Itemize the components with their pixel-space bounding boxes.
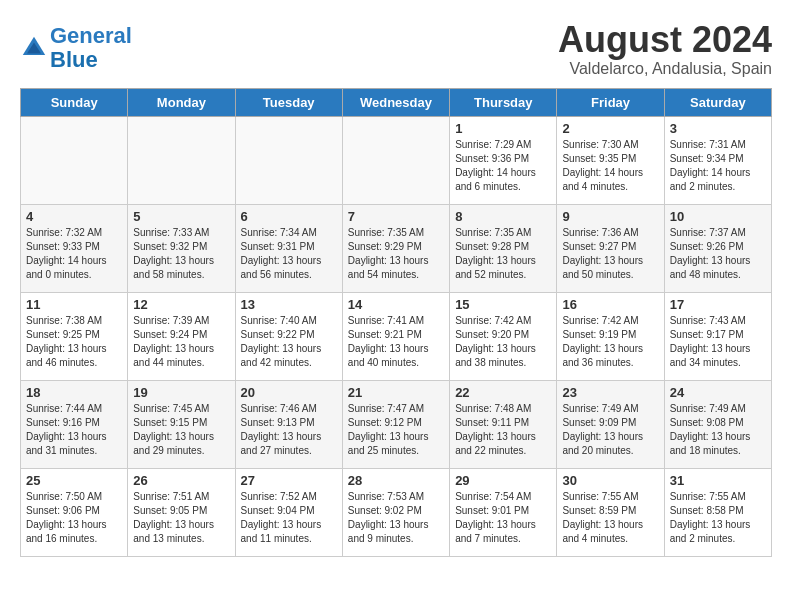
calendar-cell: 24Sunrise: 7:49 AM Sunset: 9:08 PM Dayli… <box>664 380 771 468</box>
day-info: Sunrise: 7:35 AM Sunset: 9:28 PM Dayligh… <box>455 226 551 282</box>
calendar-cell: 19Sunrise: 7:45 AM Sunset: 9:15 PM Dayli… <box>128 380 235 468</box>
calendar-cell: 18Sunrise: 7:44 AM Sunset: 9:16 PM Dayli… <box>21 380 128 468</box>
calendar-week-5: 25Sunrise: 7:50 AM Sunset: 9:06 PM Dayli… <box>21 468 772 556</box>
calendar-cell: 5Sunrise: 7:33 AM Sunset: 9:32 PM Daylig… <box>128 204 235 292</box>
calendar-cell <box>342 116 449 204</box>
day-number: 8 <box>455 209 551 224</box>
day-info: Sunrise: 7:40 AM Sunset: 9:22 PM Dayligh… <box>241 314 337 370</box>
calendar-cell <box>235 116 342 204</box>
day-info: Sunrise: 7:47 AM Sunset: 9:12 PM Dayligh… <box>348 402 444 458</box>
calendar-cell <box>128 116 235 204</box>
calendar-cell: 25Sunrise: 7:50 AM Sunset: 9:06 PM Dayli… <box>21 468 128 556</box>
day-number: 13 <box>241 297 337 312</box>
day-number: 29 <box>455 473 551 488</box>
page: General Blue August 2024 Valdelarco, And… <box>0 0 792 567</box>
logo: General Blue <box>20 24 132 72</box>
day-info: Sunrise: 7:30 AM Sunset: 9:35 PM Dayligh… <box>562 138 658 194</box>
calendar-cell: 12Sunrise: 7:39 AM Sunset: 9:24 PM Dayli… <box>128 292 235 380</box>
day-info: Sunrise: 7:53 AM Sunset: 9:02 PM Dayligh… <box>348 490 444 546</box>
weekday-header-friday: Friday <box>557 88 664 116</box>
day-number: 10 <box>670 209 766 224</box>
calendar-cell <box>21 116 128 204</box>
calendar-cell: 27Sunrise: 7:52 AM Sunset: 9:04 PM Dayli… <box>235 468 342 556</box>
day-info: Sunrise: 7:54 AM Sunset: 9:01 PM Dayligh… <box>455 490 551 546</box>
day-number: 16 <box>562 297 658 312</box>
day-info: Sunrise: 7:33 AM Sunset: 9:32 PM Dayligh… <box>133 226 229 282</box>
day-number: 2 <box>562 121 658 136</box>
calendar-cell: 16Sunrise: 7:42 AM Sunset: 9:19 PM Dayli… <box>557 292 664 380</box>
day-info: Sunrise: 7:52 AM Sunset: 9:04 PM Dayligh… <box>241 490 337 546</box>
day-info: Sunrise: 7:38 AM Sunset: 9:25 PM Dayligh… <box>26 314 122 370</box>
calendar-cell: 17Sunrise: 7:43 AM Sunset: 9:17 PM Dayli… <box>664 292 771 380</box>
calendar-cell: 2Sunrise: 7:30 AM Sunset: 9:35 PM Daylig… <box>557 116 664 204</box>
calendar-cell: 6Sunrise: 7:34 AM Sunset: 9:31 PM Daylig… <box>235 204 342 292</box>
calendar-cell: 4Sunrise: 7:32 AM Sunset: 9:33 PM Daylig… <box>21 204 128 292</box>
day-number: 24 <box>670 385 766 400</box>
logo-text: General Blue <box>50 24 132 72</box>
header: General Blue August 2024 Valdelarco, And… <box>20 20 772 78</box>
calendar-cell: 7Sunrise: 7:35 AM Sunset: 9:29 PM Daylig… <box>342 204 449 292</box>
day-info: Sunrise: 7:34 AM Sunset: 9:31 PM Dayligh… <box>241 226 337 282</box>
day-info: Sunrise: 7:42 AM Sunset: 9:20 PM Dayligh… <box>455 314 551 370</box>
day-number: 15 <box>455 297 551 312</box>
calendar-cell: 10Sunrise: 7:37 AM Sunset: 9:26 PM Dayli… <box>664 204 771 292</box>
calendar-cell: 8Sunrise: 7:35 AM Sunset: 9:28 PM Daylig… <box>450 204 557 292</box>
day-number: 12 <box>133 297 229 312</box>
calendar-cell: 13Sunrise: 7:40 AM Sunset: 9:22 PM Dayli… <box>235 292 342 380</box>
day-number: 25 <box>26 473 122 488</box>
calendar-table: SundayMondayTuesdayWednesdayThursdayFrid… <box>20 88 772 557</box>
calendar-week-3: 11Sunrise: 7:38 AM Sunset: 9:25 PM Dayli… <box>21 292 772 380</box>
day-number: 3 <box>670 121 766 136</box>
day-info: Sunrise: 7:55 AM Sunset: 8:58 PM Dayligh… <box>670 490 766 546</box>
day-info: Sunrise: 7:51 AM Sunset: 9:05 PM Dayligh… <box>133 490 229 546</box>
day-info: Sunrise: 7:49 AM Sunset: 9:08 PM Dayligh… <box>670 402 766 458</box>
calendar-cell: 29Sunrise: 7:54 AM Sunset: 9:01 PM Dayli… <box>450 468 557 556</box>
day-info: Sunrise: 7:55 AM Sunset: 8:59 PM Dayligh… <box>562 490 658 546</box>
logo-icon <box>20 34 48 62</box>
day-number: 28 <box>348 473 444 488</box>
calendar-cell: 20Sunrise: 7:46 AM Sunset: 9:13 PM Dayli… <box>235 380 342 468</box>
day-info: Sunrise: 7:29 AM Sunset: 9:36 PM Dayligh… <box>455 138 551 194</box>
title-area: August 2024 Valdelarco, Andalusia, Spain <box>558 20 772 78</box>
day-info: Sunrise: 7:35 AM Sunset: 9:29 PM Dayligh… <box>348 226 444 282</box>
weekday-header-sunday: Sunday <box>21 88 128 116</box>
day-info: Sunrise: 7:42 AM Sunset: 9:19 PM Dayligh… <box>562 314 658 370</box>
calendar-week-2: 4Sunrise: 7:32 AM Sunset: 9:33 PM Daylig… <box>21 204 772 292</box>
calendar-cell: 21Sunrise: 7:47 AM Sunset: 9:12 PM Dayli… <box>342 380 449 468</box>
calendar-cell: 3Sunrise: 7:31 AM Sunset: 9:34 PM Daylig… <box>664 116 771 204</box>
day-info: Sunrise: 7:37 AM Sunset: 9:26 PM Dayligh… <box>670 226 766 282</box>
day-number: 6 <box>241 209 337 224</box>
day-info: Sunrise: 7:45 AM Sunset: 9:15 PM Dayligh… <box>133 402 229 458</box>
day-info: Sunrise: 7:36 AM Sunset: 9:27 PM Dayligh… <box>562 226 658 282</box>
day-number: 7 <box>348 209 444 224</box>
day-info: Sunrise: 7:43 AM Sunset: 9:17 PM Dayligh… <box>670 314 766 370</box>
day-number: 18 <box>26 385 122 400</box>
weekday-header-saturday: Saturday <box>664 88 771 116</box>
day-info: Sunrise: 7:39 AM Sunset: 9:24 PM Dayligh… <box>133 314 229 370</box>
calendar-cell: 1Sunrise: 7:29 AM Sunset: 9:36 PM Daylig… <box>450 116 557 204</box>
calendar-cell: 15Sunrise: 7:42 AM Sunset: 9:20 PM Dayli… <box>450 292 557 380</box>
calendar-cell: 31Sunrise: 7:55 AM Sunset: 8:58 PM Dayli… <box>664 468 771 556</box>
day-info: Sunrise: 7:44 AM Sunset: 9:16 PM Dayligh… <box>26 402 122 458</box>
day-info: Sunrise: 7:31 AM Sunset: 9:34 PM Dayligh… <box>670 138 766 194</box>
month-year: August 2024 <box>558 20 772 60</box>
day-number: 5 <box>133 209 229 224</box>
calendar-cell: 22Sunrise: 7:48 AM Sunset: 9:11 PM Dayli… <box>450 380 557 468</box>
calendar-cell: 14Sunrise: 7:41 AM Sunset: 9:21 PM Dayli… <box>342 292 449 380</box>
day-number: 1 <box>455 121 551 136</box>
weekday-header-thursday: Thursday <box>450 88 557 116</box>
calendar-cell: 28Sunrise: 7:53 AM Sunset: 9:02 PM Dayli… <box>342 468 449 556</box>
calendar-cell: 26Sunrise: 7:51 AM Sunset: 9:05 PM Dayli… <box>128 468 235 556</box>
day-number: 22 <box>455 385 551 400</box>
weekday-header-wednesday: Wednesday <box>342 88 449 116</box>
day-info: Sunrise: 7:49 AM Sunset: 9:09 PM Dayligh… <box>562 402 658 458</box>
day-number: 11 <box>26 297 122 312</box>
calendar-cell: 9Sunrise: 7:36 AM Sunset: 9:27 PM Daylig… <box>557 204 664 292</box>
day-number: 4 <box>26 209 122 224</box>
day-number: 23 <box>562 385 658 400</box>
day-number: 9 <box>562 209 658 224</box>
calendar-cell: 11Sunrise: 7:38 AM Sunset: 9:25 PM Dayli… <box>21 292 128 380</box>
weekday-header-monday: Monday <box>128 88 235 116</box>
day-number: 17 <box>670 297 766 312</box>
weekday-header-row: SundayMondayTuesdayWednesdayThursdayFrid… <box>21 88 772 116</box>
